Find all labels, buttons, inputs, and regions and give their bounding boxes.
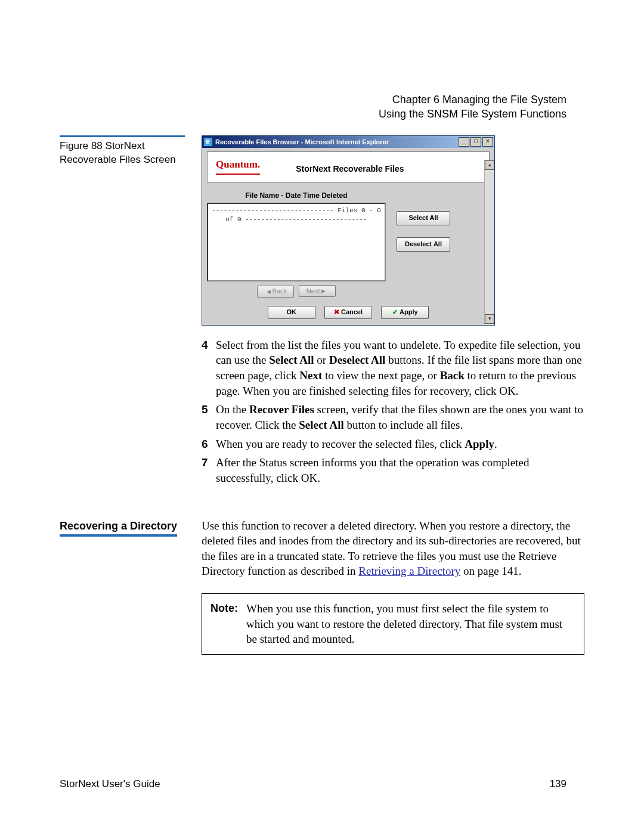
step-number: 6 (202, 436, 216, 452)
retrieving-directory-link[interactable]: Retrieving a Directory (358, 565, 460, 577)
figure-caption-line1: Figure 88 StorNext (60, 140, 145, 151)
step-7: 7 After the Status screen informs you th… (202, 455, 584, 485)
apply-button[interactable]: ✔ Apply (381, 306, 429, 319)
back-button[interactable]: ◀ Back (257, 286, 294, 298)
scroll-down-icon[interactable]: ▾ (485, 314, 494, 324)
step-text: When you are ready to recover the select… (216, 436, 584, 452)
cancel-x-icon: ✖ (334, 308, 339, 317)
header-chapter: Chapter 6 Managing the File System (379, 92, 566, 107)
step-text: After the Status screen informs you that… (216, 455, 584, 485)
window-maximize-button[interactable]: □ (470, 137, 481, 147)
cancel-button[interactable]: ✖ Cancel (324, 306, 372, 319)
next-arrow-icon: ▶ (321, 287, 326, 295)
figure-caption: Figure 88 StorNext Recoverable Files Scr… (60, 140, 185, 167)
header-section: Using the SNSM File System Functions (379, 107, 566, 121)
note-label: Note: (210, 601, 238, 647)
step-text: On the Recover Files screen, verify that… (216, 402, 584, 432)
figure-rule (60, 135, 185, 137)
quantum-logo: Quantum. (216, 158, 260, 175)
page-footer: StorNext User's Guide 139 (60, 778, 566, 791)
window-close-button[interactable]: × (482, 137, 493, 147)
select-all-button[interactable]: Select All (397, 211, 450, 225)
file-list[interactable]: ------------------------------- Files 0 … (207, 203, 386, 281)
file-list-header: File Name - Date Time Deleted (207, 188, 386, 203)
next-button-label: Next (306, 287, 320, 296)
recoverable-files-window: Recoverable Files Browser - Microsoft In… (202, 135, 495, 326)
apply-check-icon: ✔ (392, 308, 398, 317)
ie-icon (203, 137, 213, 147)
figure-caption-line2: Recoverable Files Screen (60, 154, 176, 165)
brand-row: Quantum. StorNext Recoverable Files (207, 151, 490, 182)
cancel-button-label: Cancel (341, 308, 363, 317)
file-list-empty-text: ------------------------------- Files 0 … (212, 207, 381, 223)
page-header: Chapter 6 Managing the File System Using… (379, 92, 566, 122)
scroll-up-icon[interactable]: ▴ (485, 160, 494, 170)
step-number: 4 (202, 337, 216, 399)
note-text: When you use this function, you must fir… (246, 601, 575, 647)
app-title: StorNext Recoverable Files (296, 163, 404, 175)
next-button[interactable]: Next ▶ (299, 285, 336, 297)
back-arrow-icon: ◀ (267, 288, 271, 295)
window-minimize-button[interactable]: _ (459, 137, 469, 147)
step-4: 4 Select from the list the files you wan… (202, 337, 584, 399)
scrollbar[interactable]: ▴ ▾ (484, 160, 494, 325)
back-button-label: Back (273, 287, 287, 296)
apply-button-label: Apply (400, 308, 418, 317)
ok-button[interactable]: OK (268, 306, 315, 319)
footer-guide-name: StorNext User's Guide (60, 778, 160, 791)
ok-button-label: OK (286, 308, 296, 317)
window-title: Recoverable Files Browser - Microsoft In… (215, 138, 457, 147)
deselect-all-button[interactable]: Deselect All (397, 237, 450, 252)
step-text: Select from the list the files you want … (216, 337, 584, 399)
step-list: 4 Select from the list the files you wan… (202, 337, 584, 486)
step-number: 7 (202, 455, 216, 485)
step-5: 5 On the Recover Files screen, verify th… (202, 402, 584, 432)
window-titlebar: Recoverable Files Browser - Microsoft In… (202, 136, 494, 148)
footer-page-number: 139 (550, 778, 566, 791)
note-box: Note: When you use this function, you mu… (202, 593, 584, 655)
step-number: 5 (202, 402, 216, 432)
section-heading: Recovering a Directory (60, 519, 177, 537)
section-paragraph: Use this function to recover a deleted d… (202, 518, 584, 580)
step-6: 6 When you are ready to recover the sele… (202, 436, 584, 452)
